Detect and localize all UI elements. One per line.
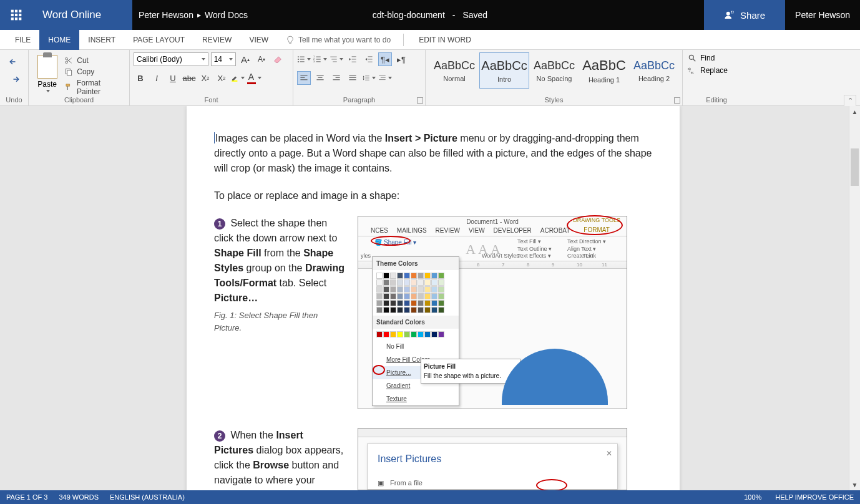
ltr-button[interactable]: ¶◂ xyxy=(378,52,392,66)
replace-label: Replace xyxy=(700,66,728,75)
tab-home[interactable]: HOME xyxy=(39,30,79,50)
figure-caption: Fig. 1: Select Shape Fill then Picture. xyxy=(214,309,345,334)
shrink-font-button[interactable]: A▾ xyxy=(255,52,268,66)
tell-me-label: Tell me what you want to do xyxy=(298,36,391,44)
styles-gallery[interactable]: AaBbCcNormal AaBbCcIntro AaBbCcNo Spacin… xyxy=(429,52,679,89)
decrease-indent-button[interactable] xyxy=(346,52,359,66)
multilevel-list-button[interactable] xyxy=(330,52,343,66)
tab-review[interactable]: REVIEW xyxy=(193,30,240,50)
breadcrumb-folder[interactable]: Word Docs xyxy=(205,10,248,20)
document-page[interactable]: Images can be placed in Word via the Ins… xyxy=(187,106,680,490)
doc-text: When the xyxy=(228,430,276,440)
highlight-button[interactable] xyxy=(231,71,245,85)
status-separator: - xyxy=(452,10,456,20)
tab-insert[interactable]: INSERT xyxy=(79,30,124,50)
brush-icon xyxy=(64,83,73,92)
scroll-track[interactable] xyxy=(849,117,860,479)
cut-label: Cut xyxy=(77,56,89,65)
strikethrough-button[interactable]: abc xyxy=(182,71,196,85)
text-cursor xyxy=(214,132,215,143)
paste-button[interactable]: Paste xyxy=(32,52,62,92)
grow-font-button[interactable]: A▴ xyxy=(238,52,252,66)
italic-button[interactable]: I xyxy=(150,71,164,85)
word-count[interactable]: 349 WORDS xyxy=(59,493,99,501)
superscript-button[interactable]: X2 xyxy=(215,71,228,85)
style-nospacing[interactable]: AaBbCcNo Spacing xyxy=(529,52,579,89)
document-name[interactable]: cdt-blog-document xyxy=(373,10,445,20)
doc-text: from the xyxy=(261,248,304,258)
tab-file[interactable]: FILE xyxy=(6,30,39,50)
scroll-up-button[interactable]: ▲ xyxy=(849,106,860,117)
numbering-button[interactable]: 123 xyxy=(313,52,327,66)
doc-text-bold: Picture… xyxy=(214,293,258,303)
chevron-down-icon xyxy=(323,58,327,61)
breadcrumb-user[interactable]: Peter Hewson xyxy=(139,10,193,20)
bold-button[interactable]: B xyxy=(134,71,147,85)
breadcrumb: Peter Hewson ▸ Word Docs xyxy=(132,10,248,20)
align-right-button[interactable] xyxy=(330,71,343,85)
justify-icon xyxy=(348,74,357,82)
collapse-ribbon-button[interactable]: ⌃ xyxy=(844,95,856,106)
clear-formatting-button[interactable] xyxy=(271,52,285,66)
indent-icon xyxy=(364,55,373,64)
search-icon xyxy=(688,54,696,62)
shot-group-label: Text xyxy=(583,252,594,261)
special-indent-button[interactable] xyxy=(378,71,392,85)
user-name[interactable]: Peter Hewson xyxy=(785,10,860,20)
step-number-badge: 1 xyxy=(214,218,225,230)
chevron-down-icon xyxy=(241,77,245,79)
cut-button[interactable]: Cut xyxy=(64,56,125,65)
format-painter-button[interactable]: Format Painter xyxy=(64,79,125,96)
redo-button[interactable] xyxy=(7,72,21,86)
font-color-button[interactable]: A xyxy=(247,71,261,85)
chevron-down-icon xyxy=(202,58,205,61)
page-indicator[interactable]: PAGE 1 OF 3 xyxy=(6,493,47,501)
line-spacing-button[interactable] xyxy=(362,71,376,85)
svg-point-59 xyxy=(689,55,693,59)
copy-button[interactable]: Copy xyxy=(64,67,125,76)
underline-button[interactable]: U xyxy=(166,71,180,85)
zoom-level[interactable]: 100% xyxy=(744,493,761,501)
increase-indent-button[interactable] xyxy=(362,52,376,66)
scroll-down-button[interactable]: ▼ xyxy=(849,479,860,490)
bullets-button[interactable] xyxy=(297,52,311,66)
font-name-select[interactable]: Calibri (Body) xyxy=(134,52,208,66)
find-button[interactable]: Find xyxy=(688,54,715,62)
language-indicator[interactable]: ENGLISH (AUSTRALIA) xyxy=(110,493,185,501)
bullets-icon xyxy=(297,55,305,64)
ruler-num: 9 xyxy=(552,261,554,269)
subscript-button[interactable]: X2 xyxy=(198,71,212,85)
find-label: Find xyxy=(700,54,715,62)
shot-label: Text Effects ▾ xyxy=(517,253,552,260)
svg-rect-8 xyxy=(19,17,21,20)
style-heading1[interactable]: AaBbCHeading 1 xyxy=(579,52,629,89)
styles-launcher[interactable] xyxy=(674,97,680,104)
style-name: Heading 2 xyxy=(638,75,670,82)
vertical-scrollbar[interactable]: ▲ ▼ xyxy=(849,106,860,490)
scroll-thumb[interactable] xyxy=(851,148,859,186)
style-heading2[interactable]: AaBbCcHeading 2 xyxy=(629,52,679,89)
edit-in-word-button[interactable]: EDIT IN WORD xyxy=(408,36,482,44)
undo-button[interactable] xyxy=(7,55,21,69)
style-normal[interactable]: AaBbCcNormal xyxy=(429,52,479,89)
align-left-button[interactable] xyxy=(297,71,311,85)
font-size-select[interactable]: 14 xyxy=(211,52,236,66)
doc-text-bold: Browse xyxy=(253,460,289,470)
align-center-button[interactable] xyxy=(313,71,327,85)
tab-view[interactable]: VIEW xyxy=(240,30,277,50)
share-icon xyxy=(724,9,735,21)
help-link[interactable]: HELP IMPROVE OFFICE xyxy=(775,493,854,501)
svg-text:ab: ab xyxy=(688,67,691,70)
document-body[interactable]: Images can be placed in Word via the Ins… xyxy=(214,131,652,490)
replace-button[interactable]: abacReplace xyxy=(688,66,728,75)
share-button[interactable]: Share xyxy=(704,0,785,30)
justify-button[interactable] xyxy=(346,71,359,85)
paragraph-launcher[interactable] xyxy=(417,97,423,104)
document-status: cdt-blog-document - Saved xyxy=(373,10,487,20)
app-launcher-button[interactable] xyxy=(0,0,32,30)
style-intro[interactable]: AaBbCcIntro xyxy=(479,52,529,89)
tab-page-layout[interactable]: PAGE LAYOUT xyxy=(124,30,193,50)
tell-me-search[interactable]: Tell me what you want to do xyxy=(277,36,399,44)
shot-dropdown-menu: Theme Colors Standard Colors xyxy=(372,256,459,406)
rtl-button[interactable]: ▸¶ xyxy=(394,52,408,66)
